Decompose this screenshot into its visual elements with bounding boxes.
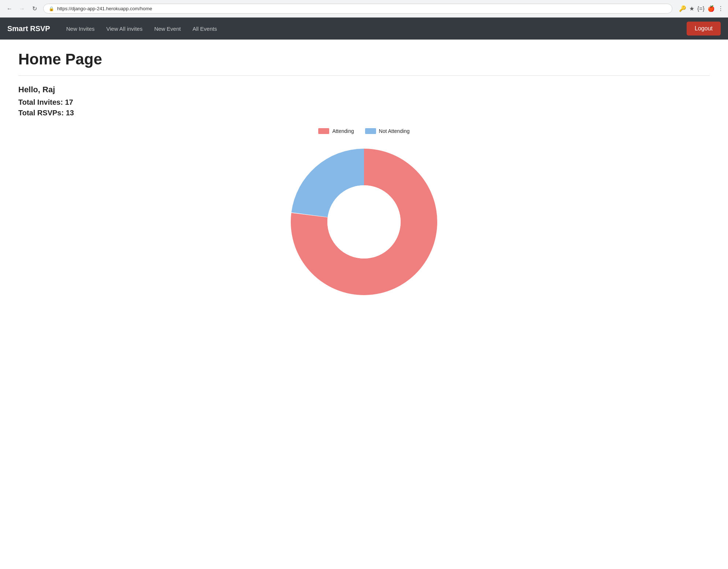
logout-button[interactable]: Logout (687, 22, 721, 36)
navbar: Smart RSVP New Invites View All invites … (0, 18, 728, 40)
extensions-icon[interactable]: {=} (697, 5, 705, 12)
donut-hole (327, 185, 401, 259)
attending-swatch (318, 128, 329, 134)
donut-svg (283, 141, 445, 302)
divider (18, 75, 710, 76)
forward-button[interactable]: → (17, 4, 27, 14)
refresh-button[interactable]: ↻ (29, 4, 40, 14)
attending-label: Attending (332, 128, 354, 134)
nav-all-events[interactable]: All Events (187, 23, 222, 35)
lock-icon: 🔒 (49, 6, 54, 11)
legend-attending: Attending (318, 128, 354, 134)
back-button[interactable]: ← (4, 4, 15, 14)
chart-legend: Attending Not Attending (318, 128, 409, 134)
legend-not-attending: Not Attending (365, 128, 410, 134)
star-icon[interactable]: ★ (689, 5, 694, 12)
total-rsvps: Total RSVPs: 13 (18, 109, 710, 117)
not-attending-label: Not Attending (379, 128, 410, 134)
main-content: Home Page Hello, Raj Total Invites: 17 T… (0, 40, 728, 313)
navbar-links: New Invites View All invites New Event A… (61, 23, 687, 35)
url-text: https://django-app-241.herokuapp.com/hom… (57, 6, 152, 11)
browser-nav-buttons: ← → ↻ (4, 4, 40, 14)
greeting-text: Hello, Raj (18, 85, 710, 94)
menu-icon[interactable]: ⋮ (718, 5, 724, 12)
nav-new-invites[interactable]: New Invites (61, 23, 100, 35)
not-attending-swatch (365, 128, 376, 134)
browser-chrome: ← → ↻ 🔒 https://django-app-241.herokuapp… (0, 0, 728, 18)
python-icon[interactable]: 🍎 (707, 5, 715, 12)
address-bar[interactable]: 🔒 https://django-app-241.herokuapp.com/h… (43, 4, 672, 14)
chart-container: Attending Not Attending (18, 128, 710, 302)
total-invites: Total Invites: 17 (18, 98, 710, 107)
nav-new-event[interactable]: New Event (149, 23, 186, 35)
navbar-brand[interactable]: Smart RSVP (7, 25, 50, 33)
browser-toolbar-icons: 🔑 ★ {=} 🍎 ⋮ (679, 5, 724, 12)
donut-chart (283, 141, 445, 302)
page-title: Home Page (18, 51, 710, 68)
key-icon[interactable]: 🔑 (679, 5, 686, 12)
nav-view-all-invites[interactable]: View All invites (101, 23, 148, 35)
